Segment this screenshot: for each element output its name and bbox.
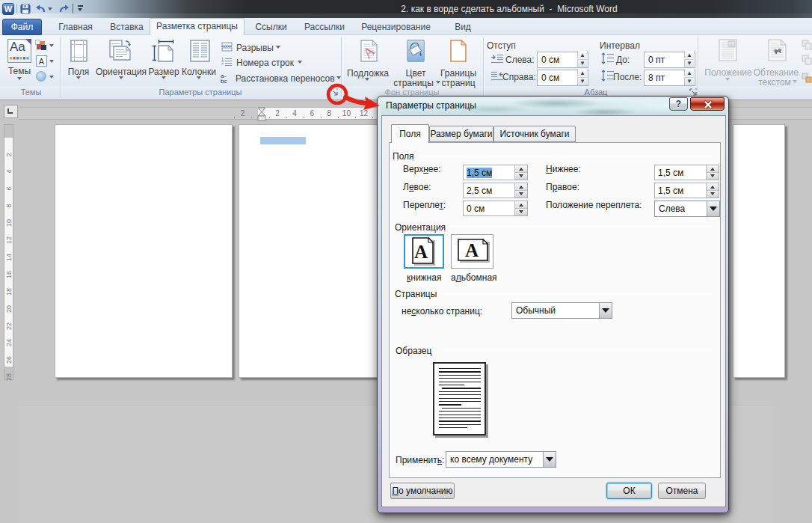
svg-text:A: A: [414, 242, 428, 262]
svg-text:bc: bc: [221, 78, 227, 83]
svg-text:A: A: [465, 240, 479, 260]
svg-text:2: 2: [221, 61, 224, 65]
